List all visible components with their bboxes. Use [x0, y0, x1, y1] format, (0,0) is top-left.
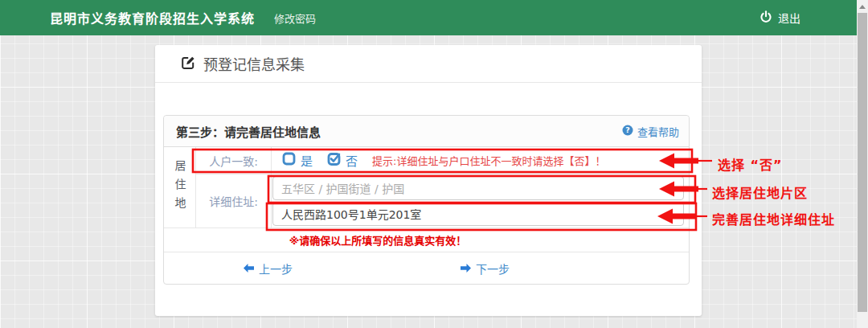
- consistency-hint: 提示:详细住址与户口住址不一致时请选择【否】！: [372, 153, 605, 168]
- panel-title-bar: 预登记信息采集: [155, 45, 702, 83]
- next-step-label: 下一步: [476, 260, 510, 277]
- app-title: 昆明市义务教育阶段招生入学系统: [50, 8, 255, 27]
- panel-title: 预登记信息采集: [203, 53, 305, 74]
- step-footer: 上一步 下一步: [164, 252, 689, 284]
- warning-text: ※请确保以上所填写的信息真实有效！: [289, 232, 467, 248]
- step-card-header: 第三步：请完善居住地信息 ? 查看帮助: [164, 116, 689, 147]
- logout-label: 退出: [778, 10, 800, 26]
- vertical-scrollbar[interactable]: [857, 0, 868, 328]
- step-card: 第三步：请完善居住地信息 ? 查看帮助 居住地 人户一致:: [163, 115, 690, 285]
- question-circle-icon: ?: [622, 125, 633, 138]
- consistency-field: 是 否 提示:详细住址与户口住址不一致时请选择【否】！: [272, 147, 689, 174]
- region-cascader[interactable]: 五华区 / 护国街道 / 护国: [272, 176, 684, 200]
- chevron-down-icon: [669, 187, 676, 191]
- main-panel: 预登记信息采集 第三步：请完善居住地信息 ? 查看帮助 居住地: [155, 45, 702, 316]
- change-password-link[interactable]: 修改密码: [274, 10, 316, 26]
- household-consistency-row: 人户一致: 是: [196, 147, 689, 174]
- detail-address-fields: 五华区 / 护国街道 / 护国 人民西路100号1单元201室: [272, 174, 689, 228]
- arrow-left-icon: [244, 262, 254, 275]
- top-navbar: 昆明市义务教育阶段招生入学系统 修改密码 退出: [0, 0, 857, 35]
- next-step-button[interactable]: 下一步: [461, 260, 510, 277]
- warning-row: ※请确保以上所填写的信息真实有效！: [164, 228, 689, 252]
- detail-address-label: 详细住址:: [196, 174, 272, 228]
- consistency-label: 人户一致:: [196, 147, 272, 174]
- checkbox-yes-label: 是: [301, 152, 313, 169]
- logout-button[interactable]: 退出: [760, 10, 800, 26]
- residence-form-table: 居住地 人户一致: 是: [164, 147, 689, 228]
- edit-icon: [181, 55, 196, 73]
- checkbox-checked-icon: [327, 152, 341, 169]
- scrollbar-up-button[interactable]: [857, 0, 868, 13]
- prev-step-button[interactable]: 上一步: [244, 260, 293, 277]
- checkbox-yes[interactable]: 是: [282, 152, 313, 169]
- form-rows: 人户一致: 是: [196, 147, 689, 228]
- power-icon: [760, 10, 772, 26]
- residence-group-label: 居住地: [174, 160, 186, 215]
- up-arrow-icon: [859, 5, 866, 9]
- checkbox-no-label: 否: [346, 152, 358, 169]
- prev-step-label: 上一步: [259, 260, 293, 277]
- address-inputs: 五华区 / 护国街道 / 护国 人民西路100号1单元201室: [272, 176, 689, 226]
- view-help-link[interactable]: ? 查看帮助: [622, 124, 679, 139]
- step-title: 第三步：请完善居住地信息: [176, 123, 622, 140]
- detail-address-value: 人民西路100号1单元201室: [281, 206, 421, 222]
- detail-address-row: 详细住址: 五华区 / 护国街道 / 护国 人民西路100号1单元201室: [196, 174, 689, 228]
- region-cascader-value: 五华区 / 护国街道 / 护国: [281, 180, 404, 196]
- checkbox-unchecked-icon: [282, 152, 296, 169]
- residence-group-cell: 居住地: [164, 147, 196, 228]
- detail-address-input[interactable]: 人民西路100号1单元201室: [272, 202, 684, 226]
- arrow-right-icon: [461, 262, 471, 275]
- scrollbar-thumb[interactable]: [858, 13, 867, 312]
- svg-text:?: ?: [625, 125, 630, 134]
- view-help-label: 查看帮助: [637, 124, 679, 139]
- checkbox-no[interactable]: 否: [327, 152, 358, 169]
